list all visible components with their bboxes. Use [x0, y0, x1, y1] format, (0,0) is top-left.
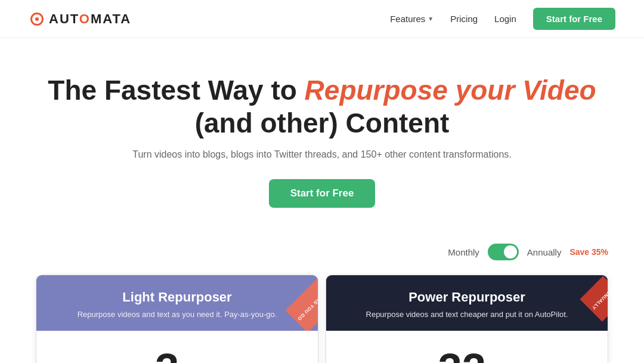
power-card-subtitle: Repurpose videos and text cheaper and pu…	[338, 310, 596, 319]
monthly-label: Monthly	[448, 247, 479, 257]
hero-title-highlight: Repurpose your Video	[305, 75, 596, 106]
billing-toggle-row: Monthly Annually Save 35%	[36, 244, 608, 260]
nav-pricing-link[interactable]: Pricing	[450, 14, 478, 24]
nav-login-link[interactable]: Login	[494, 14, 516, 24]
power-card-price: $ 32 /mo	[326, 331, 608, 363]
annually-label: Annually	[527, 247, 562, 257]
light-card-title: Light Repurposer	[48, 290, 306, 305]
power-price-number: 32	[438, 347, 486, 363]
light-price-number: 3	[155, 347, 179, 363]
hero-start-button[interactable]: Start for Free	[269, 179, 376, 208]
navbar: AUTOMATA Features ▼ Pricing Login Start …	[0, 0, 644, 38]
save-badge: Save 35%	[569, 247, 608, 257]
pricing-cards: Light Repurposer Repurpose videos and te…	[36, 275, 608, 363]
hero-title: The Fastest Way to Repurpose your Video …	[12, 74, 632, 140]
hero-subtitle: Turn videos into blogs, blogs into Twitt…	[12, 149, 632, 160]
billing-toggle[interactable]	[488, 244, 519, 260]
light-card-subtitle: Repurpose videos and text as you need it…	[48, 310, 306, 319]
nav-start-button[interactable]: Start for Free	[533, 8, 615, 30]
power-card-header: Power Repurposer Repurpose videos and te…	[326, 275, 608, 331]
logo-icon	[29, 11, 45, 27]
light-repurposer-card: Light Repurposer Repurpose videos and te…	[36, 275, 318, 363]
nav-features-link[interactable]: Features ▼	[390, 14, 434, 24]
light-card-price: $ 3 /credit	[36, 331, 318, 363]
power-card-title: Power Repurposer	[338, 290, 596, 305]
light-ribbon: PAY AS YOU GO	[286, 278, 318, 331]
nav-links: Features ▼ Pricing Login Start for Free	[390, 8, 615, 30]
light-card-header: Light Repurposer Repurpose videos and te…	[36, 275, 318, 331]
brand-logo[interactable]: AUTOMATA	[29, 11, 131, 27]
power-repurposer-card: Power Repurposer Repurpose videos and te…	[326, 275, 608, 363]
brand-name: AUTOMATA	[49, 11, 131, 27]
toggle-knob	[504, 245, 517, 259]
chevron-down-icon: ▼	[428, 16, 434, 22]
hero-section: The Fastest Way to Repurpose your Video …	[0, 38, 644, 232]
pricing-section: Monthly Annually Save 35% Light Repurpos…	[0, 232, 644, 363]
